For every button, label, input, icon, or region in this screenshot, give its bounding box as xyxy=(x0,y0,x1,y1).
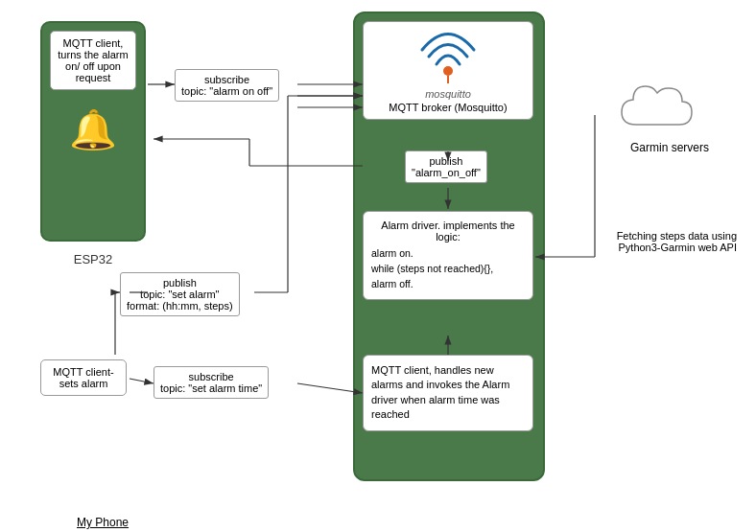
mosquitto-text: mosquitto xyxy=(369,88,527,100)
subscribe-line2: topic: "alarm on off" xyxy=(181,85,272,97)
mqtt-handler-box: MQTT client, handles new alarms and invo… xyxy=(363,355,533,431)
alarm-driver-title: Alarm driver. implements the logic: xyxy=(371,220,525,243)
garmin-label: Garmin servers xyxy=(612,141,727,154)
mosquitto-logo xyxy=(410,28,486,85)
alarm-on-line: alarm on. xyxy=(371,247,413,259)
publish-line2: "alarm_on_off" xyxy=(412,167,481,178)
subscribe-set-alarm-label: subscribe topic: "set alarm time" xyxy=(154,366,269,399)
my-phone-label: My Phone xyxy=(77,516,129,529)
pub-set-line2: topic: "set alarm" xyxy=(140,289,219,300)
cloud-icon xyxy=(617,77,722,134)
alarm-off-line: alarm off. xyxy=(371,278,413,289)
pub-set-line1: publish xyxy=(163,277,197,289)
svg-line-14 xyxy=(130,379,154,383)
alarm-driver-box: Alarm driver. implements the logic: alar… xyxy=(363,211,533,300)
mqtt-handler-text: MQTT client, handles new alarms and invo… xyxy=(371,363,525,423)
raspberry-pi-label: Raspberry Pi xyxy=(353,479,545,495)
publish-set-alarm-label: publish topic: "set alarm" format: (hh:m… xyxy=(120,272,240,316)
while-line: while (steps not reached){}, xyxy=(371,263,493,274)
bell-icon: 🔔 xyxy=(42,98,144,157)
mosquitto-box: mosquitto MQTT broker (Mosquitto) xyxy=(363,21,533,120)
esp32-label: ESP32 xyxy=(40,247,146,271)
esp32-container: MQTT client, turns the alarm on/ off upo… xyxy=(40,21,146,242)
svg-point-0 xyxy=(443,66,453,76)
publish-line1: publish xyxy=(429,155,462,167)
subscribe-line1: subscribe xyxy=(204,74,249,85)
mqtt-client-label: MQTT client- sets alarm xyxy=(53,366,113,389)
subscribe-alarm-label: subscribe topic: "alarm on off" xyxy=(175,69,279,102)
mqtt-broker-label: MQTT broker (Mosquitto) xyxy=(369,102,527,113)
garmin-cloud: Garmin servers xyxy=(612,77,727,154)
sub-set-line2: topic: "set alarm time" xyxy=(160,382,262,394)
sub-set-line1: subscribe xyxy=(189,371,234,382)
mqtt-client-box: MQTT client- sets alarm xyxy=(40,359,127,396)
pub-set-line3: format: (hh:mm, steps) xyxy=(127,300,233,312)
alarm-driver-code: alarm on. while (steps not reached){}, a… xyxy=(371,246,525,291)
fetching-label: Fetching steps data using Python3-Garmin… xyxy=(612,230,737,253)
esp32-description: MQTT client, turns the alarm on/ off upo… xyxy=(50,31,136,90)
publish-alarm-label: publish "alarm_on_off" xyxy=(405,150,487,183)
